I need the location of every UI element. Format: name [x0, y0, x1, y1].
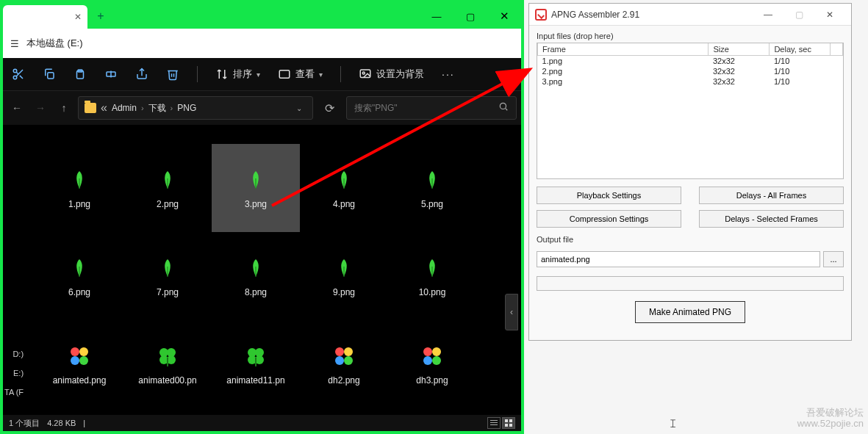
file-area: 1.png2.png3.png4.png5.png6.png7.png8.png… [25, 125, 521, 415]
file-name: 9.png [333, 287, 355, 297]
sidebar-drive-e[interactable]: E:) [4, 364, 24, 383]
col-frame[interactable]: Frame [538, 43, 709, 56]
col-delay[interactable]: Delay, sec [770, 43, 831, 56]
file-name: dh3.png [416, 375, 448, 386]
make-animated-png-button[interactable]: Make Animated PNG [635, 301, 745, 323]
browse-button[interactable]: ... [823, 251, 844, 267]
copy-button[interactable] [43, 68, 56, 81]
svg-point-34 [423, 356, 432, 365]
file-item[interactable]: 2.png [123, 144, 212, 232]
file-item[interactable]: 10.png [388, 232, 476, 320]
new-tab-button[interactable]: + [90, 4, 111, 29]
file-item[interactable]: 6.png [35, 232, 123, 320]
table-row[interactable]: 1.png32x321/10 [538, 56, 843, 67]
file-item[interactable]: 5.png [388, 144, 476, 232]
close-tab-icon[interactable]: ✕ [74, 12, 82, 22]
file-item[interactable]: animated00.pn [123, 320, 212, 408]
more-button[interactable]: ··· [442, 68, 455, 80]
sidebar-drive-f[interactable]: TA (F [4, 383, 24, 402]
file-thumb-icon [154, 167, 181, 193]
file-item[interactable]: 4.png [300, 144, 388, 232]
delete-button[interactable] [166, 68, 179, 81]
cut-button[interactable] [12, 68, 25, 81]
status-size: 4.28 KB [47, 419, 76, 427]
sidebar-drive-d[interactable]: D:) [4, 344, 24, 364]
chevron-down-icon[interactable]: ⌄ [292, 104, 306, 112]
view-button[interactable]: 查看 ▾ [278, 68, 323, 81]
file-thumb-icon [419, 343, 445, 369]
file-item[interactable]: 7.png [123, 232, 212, 320]
nav-row: ← → ↑ « Admin › 下载 › PNG ⌄ ⟳ [3, 91, 521, 125]
file-thumb-icon [243, 255, 269, 281]
svg-point-33 [432, 347, 441, 356]
text-cursor-icon: 𝙸 [669, 417, 677, 430]
file-name: 7.png [157, 287, 179, 297]
apng-maximize-button[interactable]: ▢ [783, 4, 814, 25]
playback-settings-button[interactable]: Playback Settings [537, 187, 681, 204]
breadcrumb-p2[interactable]: 下载 [148, 102, 166, 115]
file-name: animated.png [53, 375, 107, 386]
sort-button[interactable]: 排序 ▾ [215, 68, 260, 81]
file-item[interactable]: 9.png [300, 232, 388, 320]
view-icons-toggle[interactable] [502, 417, 515, 429]
share-button[interactable] [135, 68, 148, 81]
refresh-button[interactable]: ⟳ [318, 101, 342, 115]
apng-close-button[interactable]: ✕ [814, 4, 845, 25]
toolbar: 排序 ▾ 查看 ▾ 设置为背景 ··· [3, 58, 521, 91]
file-name: 3.png [245, 199, 267, 209]
back-button[interactable]: ← [7, 98, 26, 117]
col-size[interactable]: Size [709, 43, 770, 56]
input-files-drop-area[interactable]: Frame Size Delay, sec 1.png32x321/102.pn… [537, 43, 844, 179]
breadcrumb-p1[interactable]: Admin [112, 103, 137, 113]
input-files-table: Frame Size Delay, sec 1.png32x321/102.pn… [537, 43, 843, 87]
file-item[interactable]: 8.png [212, 232, 300, 320]
chevron-right-icon: › [171, 104, 173, 112]
search-icon[interactable] [498, 101, 509, 115]
table-row[interactable]: 2.png32x321/10 [538, 66, 843, 76]
svg-point-1 [13, 76, 17, 79]
search-input[interactable] [354, 103, 498, 113]
breadcrumb[interactable]: « Admin › 下载 › PNG ⌄ [78, 96, 313, 120]
apng-minimize-button[interactable]: — [753, 4, 783, 25]
paste-button[interactable] [73, 68, 87, 81]
svg-point-13 [362, 72, 365, 74]
wallpaper-label: 设置为背景 [376, 68, 424, 81]
search-box[interactable] [346, 96, 517, 120]
svg-point-30 [335, 356, 344, 365]
file-thumb-icon [331, 255, 357, 281]
maximize-button[interactable]: ▢ [453, 4, 487, 29]
tab-strip: ✕ + — ▢ ✕ [3, 4, 521, 29]
close-window-button[interactable]: ✕ [487, 4, 521, 29]
file-name: dh2.png [328, 375, 359, 386]
set-wallpaper-button[interactable]: 设置为背景 [359, 68, 424, 81]
file-item[interactable]: dh3.png [388, 320, 476, 408]
svg-rect-39 [505, 419, 508, 422]
up-button[interactable]: ↑ [54, 98, 73, 117]
browser-tab[interactable]: ✕ [3, 5, 87, 29]
rename-button[interactable] [104, 68, 118, 81]
breadcrumb-p3[interactable]: PNG [177, 103, 196, 113]
forward-button[interactable]: → [31, 98, 50, 117]
file-item[interactable]: animated11.pn [212, 320, 300, 408]
minimize-button[interactable]: — [420, 4, 453, 29]
hamburger-icon: ☰ [10, 38, 19, 49]
view-label: 查看 [295, 68, 315, 81]
app-logo-icon [535, 9, 547, 21]
svg-rect-37 [490, 422, 498, 423]
preview-collapse-handle[interactable]: ‹ [505, 294, 518, 330]
file-item[interactable]: 1.png [35, 144, 123, 232]
file-item[interactable]: 3.png [212, 144, 300, 232]
delays-selected-frames-button[interactable]: Delays - Selected Frames [699, 210, 844, 228]
output-file-input[interactable] [537, 251, 820, 267]
file-item[interactable]: animated.png [35, 320, 123, 408]
compression-settings-button[interactable]: Compression Settings [537, 210, 681, 228]
svg-point-18 [71, 356, 79, 365]
file-thumb-icon [66, 255, 93, 281]
table-row[interactable]: 3.png32x321/10 [538, 76, 843, 87]
file-item[interactable]: dh2.png [300, 320, 388, 408]
svg-point-19 [79, 356, 88, 365]
view-details-toggle[interactable] [487, 417, 501, 429]
delays-all-frames-button[interactable]: Delays - All Frames [699, 187, 844, 204]
file-name: 5.png [421, 199, 443, 209]
sidebar-drives: D:) E:) TA (F [4, 344, 24, 402]
